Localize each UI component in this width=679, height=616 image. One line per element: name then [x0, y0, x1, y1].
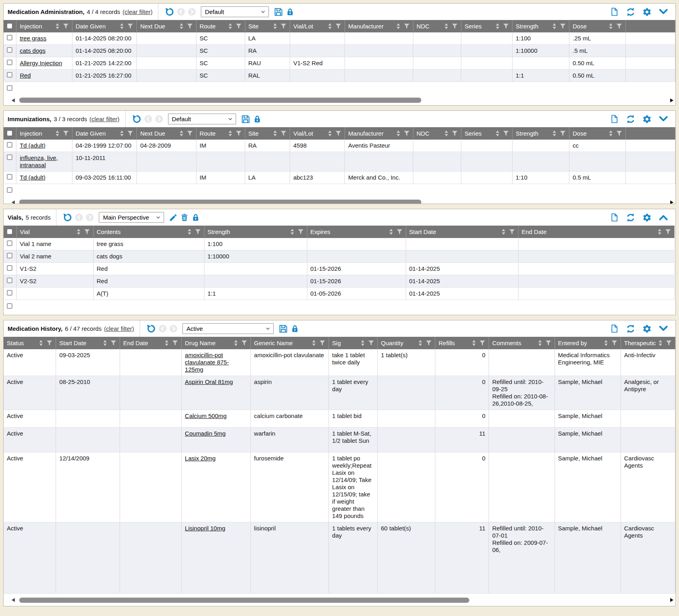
clear-filter-link[interactable]: (clear filter): [122, 8, 152, 15]
sort-icon[interactable]: [495, 130, 500, 137]
sort-icon[interactable]: [604, 340, 608, 346]
filter-icon[interactable]: [187, 23, 193, 29]
undo-button[interactable]: [132, 114, 142, 124]
sort-icon[interactable]: [609, 23, 613, 30]
scroll-right-arrow[interactable]: [670, 98, 673, 102]
filter-icon[interactable]: [172, 340, 178, 346]
delete-perspective-button[interactable]: [180, 213, 189, 222]
row-checkbox[interactable]: [7, 142, 12, 148]
cell-link[interactable]: Allergy Injection: [20, 60, 62, 66]
row-checkbox[interactable]: [7, 240, 12, 246]
row-checkbox[interactable]: [7, 35, 12, 40]
lock-perspective-button[interactable]: [290, 324, 299, 333]
undo-button[interactable]: [62, 212, 72, 222]
filter-icon[interactable]: [452, 23, 458, 29]
sort-icon[interactable]: [552, 130, 557, 137]
scrollbar-thumb[interactable]: [19, 98, 421, 103]
perspective-select[interactable]: Default: [168, 114, 236, 124]
perspective-select[interactable]: Active: [182, 323, 274, 334]
sort-icon[interactable]: [396, 130, 401, 137]
filter-icon[interactable]: [110, 340, 116, 346]
previous-perspective-button[interactable]: [158, 324, 167, 333]
scrollbar-thumb[interactable]: [19, 598, 469, 603]
filter-icon[interactable]: [545, 340, 551, 346]
sort-icon[interactable]: [444, 130, 449, 137]
scrollbar-thumb[interactable]: [19, 200, 421, 204]
undo-button[interactable]: [164, 7, 174, 17]
new-record-button[interactable]: [610, 213, 619, 222]
cell-link[interactable]: amoxicillin-pot clavulanate 875-125mg: [185, 352, 229, 373]
filter-icon[interactable]: [280, 130, 286, 136]
select-all-checkbox[interactable]: [7, 24, 12, 28]
scroll-left-arrow[interactable]: [12, 98, 15, 102]
filter-icon[interactable]: [236, 23, 242, 29]
lock-perspective-button[interactable]: [286, 8, 294, 16]
cell-link[interactable]: Red: [20, 72, 31, 79]
filter-icon[interactable]: [404, 130, 410, 136]
sort-icon[interactable]: [55, 130, 60, 137]
new-record-button[interactable]: [610, 114, 619, 124]
lock-perspective-button[interactable]: [253, 115, 262, 124]
sort-icon[interactable]: [164, 340, 169, 346]
sort-icon[interactable]: [312, 340, 316, 346]
new-record-checkbox[interactable]: [7, 85, 12, 91]
sort-icon[interactable]: [179, 130, 184, 137]
row-checkbox[interactable]: [7, 154, 12, 160]
row-checkbox[interactable]: [7, 253, 12, 258]
filter-icon[interactable]: [241, 340, 247, 346]
sort-icon[interactable]: [389, 228, 393, 235]
scroll-right-arrow[interactable]: [670, 598, 673, 602]
filter-icon[interactable]: [46, 340, 52, 346]
filter-icon[interactable]: [127, 130, 133, 136]
new-record-checkbox[interactable]: [7, 303, 12, 309]
row-checkbox[interactable]: [7, 265, 12, 271]
sort-icon[interactable]: [538, 340, 542, 346]
sort-icon[interactable]: [273, 130, 277, 137]
sort-icon[interactable]: [39, 340, 43, 346]
scroll-left-arrow[interactable]: [12, 200, 15, 204]
cell-link[interactable]: cats dogs: [20, 47, 45, 54]
cell-link[interactable]: Calcium 500mg: [185, 412, 226, 419]
filter-icon[interactable]: [666, 340, 672, 346]
select-all-checkbox[interactable]: [7, 229, 12, 234]
cell-link[interactable]: Td (adult): [20, 142, 45, 149]
sort-icon[interactable]: [273, 23, 277, 30]
lock-perspective-button[interactable]: [191, 213, 200, 222]
filter-icon[interactable]: [335, 23, 341, 29]
sort-icon[interactable]: [328, 130, 332, 137]
filter-icon[interactable]: [195, 229, 201, 235]
cell-link[interactable]: influenza, live, intranasal: [20, 154, 58, 168]
undo-button[interactable]: [146, 324, 156, 334]
sort-icon[interactable]: [418, 340, 423, 346]
sort-icon[interactable]: [290, 228, 294, 235]
next-perspective-button[interactable]: [169, 324, 178, 333]
refresh-button[interactable]: [626, 213, 635, 222]
sort-icon[interactable]: [228, 130, 232, 137]
collapse-button[interactable]: [659, 8, 668, 16]
sort-icon[interactable]: [187, 228, 192, 235]
filter-icon[interactable]: [187, 130, 193, 136]
previous-perspective-button[interactable]: [144, 115, 152, 123]
cell-link[interactable]: Lasix 20mg: [185, 455, 216, 462]
filter-icon[interactable]: [616, 130, 622, 136]
sort-icon[interactable]: [552, 23, 557, 30]
sort-icon[interactable]: [234, 340, 238, 346]
refresh-button[interactable]: [626, 324, 635, 334]
filter-icon[interactable]: [298, 229, 304, 235]
sort-icon[interactable]: [396, 23, 401, 30]
cell-link[interactable]: Lisinopril 10mg: [185, 525, 225, 532]
sort-icon[interactable]: [658, 340, 663, 346]
settings-button[interactable]: [642, 324, 652, 334]
filter-icon[interactable]: [127, 23, 133, 29]
row-checkbox[interactable]: [7, 174, 12, 180]
filter-icon[interactable]: [611, 340, 617, 346]
sort-icon[interactable]: [444, 23, 449, 30]
sort-icon[interactable]: [501, 228, 506, 235]
filter-icon[interactable]: [236, 130, 242, 136]
next-perspective-button[interactable]: [188, 8, 196, 16]
filter-icon[interactable]: [84, 229, 90, 235]
scroll-right-arrow[interactable]: [670, 200, 673, 204]
perspective-select[interactable]: Default: [201, 6, 269, 17]
refresh-button[interactable]: [626, 114, 635, 124]
perspective-select[interactable]: Main Perspective: [99, 212, 164, 223]
